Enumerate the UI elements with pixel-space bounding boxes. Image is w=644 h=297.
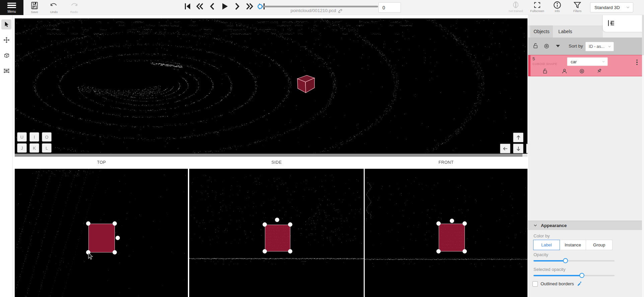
chevron-down-icon (601, 60, 605, 64)
main-3d-viewport[interactable]: U I O J K L (15, 18, 527, 154)
cuboid-annotation-front[interactable] (439, 224, 465, 251)
key-i[interactable]: I (29, 132, 39, 142)
color-by-label-option[interactable]: Label (533, 240, 560, 250)
save-button[interactable]: Save (27, 0, 42, 15)
object-visibility-icon[interactable] (578, 68, 585, 76)
move-tool-button[interactable] (1, 35, 11, 45)
color-by-group-option[interactable]: Group (586, 240, 613, 250)
hamburger-icon (7, 2, 16, 9)
view-mode-select[interactable]: Standard 3D (590, 2, 633, 12)
object-menu-button[interactable] (634, 58, 640, 67)
resize-handle[interactable] (263, 249, 267, 253)
panel-scrollbar[interactable] (642, 15, 644, 297)
cuboid-annotation-top[interactable] (88, 224, 115, 252)
key-l[interactable]: L (42, 143, 52, 153)
key-k[interactable]: K (29, 143, 39, 153)
outlined-borders-label: Outlined borders (541, 281, 574, 286)
selected-opacity-slider[interactable] (533, 273, 615, 278)
object-lock-icon[interactable] (542, 68, 549, 76)
nav-down-button[interactable] (513, 144, 523, 153)
timeline-handle[interactable] (258, 4, 263, 9)
pointcloud-canvas-3d (15, 18, 527, 154)
skip-start-button[interactable] (184, 2, 192, 11)
play-button[interactable] (221, 2, 229, 11)
resize-handle[interactable] (288, 222, 292, 227)
menu-button[interactable]: Menu (0, 0, 23, 15)
cuboid-annotation-side[interactable] (265, 225, 290, 251)
resize-handle[interactable] (263, 222, 267, 227)
expand-all-icon[interactable] (555, 42, 561, 51)
nav-left-button[interactable] (500, 144, 510, 153)
key-o[interactable]: O (42, 132, 52, 142)
scrollbar-thumb[interactable] (15, 154, 522, 157)
redo-icon (69, 1, 79, 10)
tab-labels[interactable]: Labels (553, 25, 578, 38)
link-icon[interactable] (337, 8, 342, 13)
image-icon (3, 67, 10, 74)
object-card[interactable]: 5 CUBOID SHAPE car (528, 55, 643, 76)
info-button[interactable]: Info (549, 1, 566, 15)
object-id: 5 (532, 56, 535, 61)
cuboid-tool-button[interactable] (1, 50, 11, 60)
front-orthographic-view[interactable] (365, 169, 527, 297)
resize-handle[interactable] (113, 250, 117, 254)
pointcloud-filename: pointcloud/001210.pcd (271, 8, 362, 13)
color-by-instance-option[interactable]: Instance (560, 240, 586, 250)
undo-label: Undo (50, 10, 58, 14)
resize-handle[interactable] (86, 221, 90, 226)
outlined-borders-checkbox[interactable] (532, 281, 538, 287)
chevron-down-icon (626, 5, 630, 10)
image-tool-button[interactable] (1, 66, 11, 76)
color-by-segmented-control: Label Instance Group (533, 240, 613, 250)
side-orthographic-view[interactable] (189, 169, 364, 297)
rotate-handle[interactable] (275, 218, 279, 222)
key-j[interactable]: J (17, 143, 27, 153)
object-class-select[interactable]: car (567, 57, 608, 66)
not-trained-button[interactable]: not trained (507, 1, 524, 15)
nav-up-button[interactable] (513, 133, 523, 142)
timeline-slider[interactable] (259, 6, 378, 7)
resize-handle[interactable] (86, 250, 90, 254)
resize-handle[interactable] (462, 221, 467, 226)
filters-button[interactable]: Filters (569, 1, 586, 15)
resize-handle[interactable] (436, 249, 441, 253)
undo-icon (49, 1, 59, 10)
frame-number-input[interactable] (378, 2, 401, 13)
menu-label: Menu (7, 10, 16, 13)
redo-button[interactable]: Redo (66, 0, 82, 15)
resize-handle[interactable] (436, 221, 441, 226)
key-u[interactable]: U (17, 132, 27, 142)
opacity-slider-knob[interactable] (563, 258, 568, 263)
resize-handle[interactable] (288, 249, 292, 253)
sort-select[interactable]: ID - as... (585, 42, 614, 51)
horizontal-scrollbar[interactable] (15, 154, 527, 157)
fast-forward-button[interactable] (245, 2, 254, 11)
appearance-section-header[interactable]: Appearance (528, 221, 644, 230)
object-pin-icon[interactable] (595, 68, 602, 76)
resize-handle[interactable] (462, 249, 467, 253)
save-label: Save (31, 10, 38, 14)
info-icon (553, 1, 562, 9)
prev-frame-button[interactable] (208, 2, 216, 11)
undo-button[interactable]: Undo (46, 0, 62, 15)
fullscreen-button[interactable]: Fullscreen (528, 1, 546, 15)
top-toolbar: Menu Save Undo Redo pointcloud/001210.pc… (0, 0, 644, 15)
visibility-all-icon[interactable] (543, 42, 550, 51)
panel-toggle-button[interactable] (607, 19, 616, 29)
appearance-title: Appearance (541, 223, 567, 228)
opacity-slider[interactable] (533, 258, 615, 263)
next-frame-button[interactable] (233, 2, 241, 11)
object-author-icon[interactable] (561, 68, 568, 76)
selected-opacity-slider-knob[interactable] (579, 273, 584, 278)
pointer-tool-button[interactable] (1, 19, 11, 29)
object-color-stripe (528, 55, 530, 76)
resize-handle[interactable] (113, 221, 117, 226)
fast-rewind-button[interactable] (196, 2, 204, 11)
redo-label: Redo (70, 10, 78, 14)
eyedropper-icon[interactable] (577, 281, 582, 287)
lock-all-icon[interactable] (532, 42, 539, 51)
tab-objects[interactable]: Objects (530, 25, 553, 38)
rotate-handle[interactable] (450, 219, 454, 223)
rotate-handle[interactable] (116, 236, 120, 240)
top-orthographic-view[interactable] (15, 169, 188, 297)
